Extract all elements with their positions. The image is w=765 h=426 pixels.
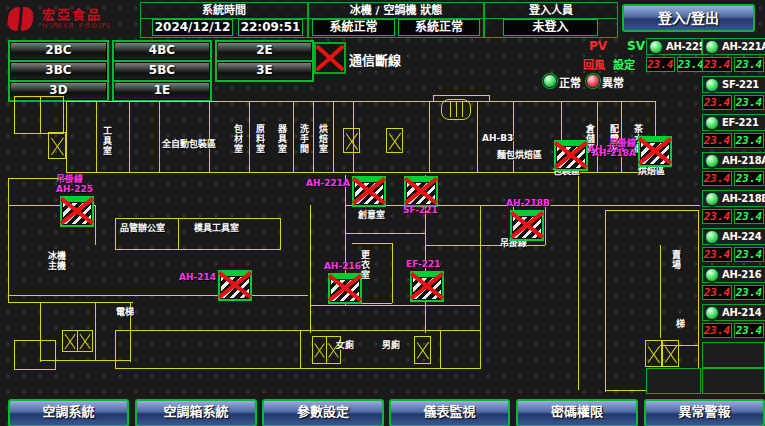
unit-AH-224[interactable]: AH-224 bbox=[702, 228, 765, 245]
wall bbox=[300, 330, 301, 368]
ahu-icon-AH-218B[interactable] bbox=[510, 210, 544, 241]
unit-sv-value: 23.4 bbox=[734, 133, 764, 148]
floor-button-4BC[interactable]: 4BC bbox=[112, 40, 212, 62]
wall bbox=[578, 175, 579, 390]
nav-password-auth[interactable]: 密碼權限 bbox=[516, 399, 638, 426]
room-label: 梯 bbox=[676, 320, 685, 330]
unit-AH-214-values: 23.423.4 bbox=[702, 323, 764, 338]
ahu-icon-AH-218A[interactable] bbox=[638, 136, 672, 167]
room-label: 模具工具室 bbox=[194, 224, 239, 234]
ahu-icon-AH-225[interactable] bbox=[60, 196, 94, 227]
wall bbox=[209, 101, 210, 172]
wall bbox=[597, 101, 598, 172]
nav-param-settings[interactable]: 參數設定 bbox=[262, 399, 384, 426]
pv-legend: PV bbox=[589, 39, 607, 53]
sv-desc-legend: 設定 bbox=[613, 56, 635, 72]
room-label: 包材室 bbox=[232, 124, 242, 154]
floor-button-1E[interactable]: 1E bbox=[112, 80, 212, 102]
floor-button-3D[interactable]: 3D bbox=[8, 80, 109, 102]
unit-sv-value: 23.4 bbox=[734, 285, 764, 300]
unit-pv-value: 23.4 bbox=[702, 57, 732, 72]
wall bbox=[14, 369, 56, 370]
wall bbox=[55, 340, 56, 370]
wall bbox=[698, 210, 699, 392]
wall bbox=[660, 245, 661, 338]
unit-status-led bbox=[705, 268, 719, 282]
room-label: 冰機主機 bbox=[48, 252, 70, 272]
wall bbox=[313, 101, 314, 172]
stair-icon bbox=[414, 336, 431, 364]
wall bbox=[480, 305, 481, 369]
wall bbox=[115, 218, 116, 250]
unit-name-label: AH-221A bbox=[722, 41, 765, 52]
nav-alarm[interactable]: 異常警報 bbox=[644, 399, 765, 426]
login-logout-button[interactable]: 登入/登出 bbox=[622, 4, 755, 32]
wall bbox=[310, 205, 311, 333]
room-label: 電梯 bbox=[116, 308, 134, 318]
floor-button-5BC[interactable]: 5BC bbox=[112, 60, 212, 82]
room-label: 原料室 bbox=[254, 124, 264, 154]
stair-icon bbox=[343, 128, 360, 153]
unit-status-led bbox=[705, 230, 719, 244]
ahu-icon-AH-224[interactable] bbox=[554, 140, 588, 171]
unit-AH-216[interactable]: AH-216 bbox=[702, 266, 765, 283]
wall bbox=[8, 302, 133, 303]
wall bbox=[96, 101, 97, 172]
stair-icon bbox=[48, 132, 66, 159]
wall bbox=[115, 330, 480, 331]
wall bbox=[115, 218, 280, 219]
wall bbox=[40, 96, 41, 134]
floor-button-3BC[interactable]: 3BC bbox=[8, 60, 109, 82]
unit-SF-221-values: 23.423.4 bbox=[702, 95, 764, 110]
wall bbox=[115, 249, 280, 250]
room-label: 烘焙室 bbox=[317, 124, 327, 154]
wall bbox=[280, 218, 281, 250]
unit-pv-value: 23.4 bbox=[702, 209, 732, 224]
wall bbox=[249, 101, 250, 172]
wall bbox=[40, 360, 131, 361]
unit-SF-221[interactable]: SF-221 bbox=[702, 76, 765, 93]
unit-AH-225[interactable]: AH-225 bbox=[646, 38, 702, 55]
machine-status-label: 冰機 / 空調機 狀態 bbox=[309, 3, 483, 19]
ahu-icon-AH-221A[interactable] bbox=[352, 176, 386, 207]
abnormal-led-icon bbox=[586, 74, 600, 88]
ahu-label-AH-225: 吊掛線AH-225 bbox=[56, 174, 93, 195]
empty-unit-slot bbox=[646, 368, 701, 394]
unit-status-led bbox=[705, 40, 719, 54]
sv-legend: SV bbox=[627, 39, 645, 53]
wall bbox=[429, 101, 430, 172]
ahu-label-AH-214: AH-214 bbox=[179, 272, 216, 282]
ahu-icon-EF-221[interactable] bbox=[410, 271, 444, 302]
nav-ahu-system[interactable]: 空調箱系統 bbox=[135, 399, 257, 426]
nav-ac-system[interactable]: 空調系統 bbox=[8, 399, 129, 426]
room-label: 洗手間 bbox=[298, 124, 308, 154]
floor-button-3E[interactable]: 3E bbox=[215, 60, 314, 82]
floor-button-2BC[interactable]: 2BC bbox=[8, 40, 109, 62]
wall bbox=[115, 330, 116, 369]
ahu-icon-AH-216[interactable] bbox=[328, 273, 362, 304]
ahu-label-EF-221: EF-221 bbox=[406, 259, 441, 269]
unit-AH-218A[interactable]: AH-218A bbox=[702, 152, 765, 169]
unit-status-led bbox=[705, 116, 719, 130]
empty-unit-slot bbox=[702, 368, 765, 394]
unit-AH-221A[interactable]: AH-221A bbox=[702, 38, 765, 55]
unit-name-label: SF-221 bbox=[722, 79, 759, 90]
room-label: 賣場 bbox=[670, 250, 680, 270]
wall bbox=[66, 101, 656, 102]
wall bbox=[477, 101, 478, 172]
ahu-icon-SF-221[interactable] bbox=[404, 176, 438, 207]
wall bbox=[489, 95, 490, 102]
wall bbox=[392, 243, 393, 303]
logo-icon bbox=[6, 5, 36, 33]
wall bbox=[352, 243, 392, 244]
unit-EF-221[interactable]: EF-221 bbox=[702, 114, 765, 131]
ahu-icon-AH-214[interactable] bbox=[218, 270, 252, 301]
unit-AH-218B[interactable]: AH-218B bbox=[702, 190, 765, 207]
unit-AH-214[interactable]: AH-214 bbox=[702, 304, 765, 321]
wall bbox=[8, 178, 9, 303]
wall bbox=[14, 96, 64, 97]
nav-meter-monitor[interactable]: 儀表監視 bbox=[389, 399, 510, 426]
chiller-status-value: 系統正常 bbox=[312, 19, 395, 36]
floor-button-2E[interactable]: 2E bbox=[215, 40, 314, 62]
unit-pv-value: 23.4 bbox=[702, 247, 732, 262]
